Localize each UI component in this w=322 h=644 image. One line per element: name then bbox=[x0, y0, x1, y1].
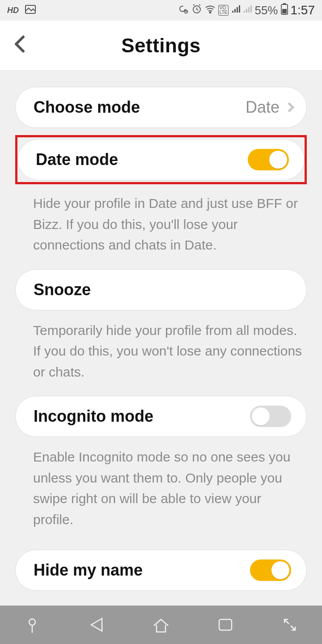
snooze-label: Snooze bbox=[34, 280, 91, 299]
battery-percent: 55% bbox=[254, 4, 278, 17]
settings-content: Choose mode Date Date mode Hide your pro… bbox=[0, 71, 322, 606]
nav-recents-icon[interactable] bbox=[216, 615, 235, 635]
incognito-label: Incognito mode bbox=[34, 407, 153, 426]
image-icon bbox=[25, 5, 36, 16]
choose-mode-row[interactable]: Choose mode Date bbox=[15, 87, 307, 128]
incognito-desc: Enable Incognito mode so no one sees you… bbox=[15, 444, 307, 543]
hide-name-desc: Enabling this will show only your first … bbox=[15, 598, 307, 606]
svg-rect-5 bbox=[283, 3, 286, 4]
hide-name-label: Hide my name bbox=[34, 561, 143, 580]
choose-mode-value: Date bbox=[246, 98, 280, 117]
date-mode-label: Date mode bbox=[36, 150, 118, 169]
svg-rect-6 bbox=[282, 9, 287, 13]
volte-icon: VOLTE bbox=[218, 5, 229, 16]
page-title: Settings bbox=[121, 34, 201, 57]
date-mode-desc: Hide your profile in Date and just use B… bbox=[15, 191, 307, 269]
date-mode-toggle[interactable] bbox=[248, 149, 289, 170]
hide-name-row[interactable]: Hide my name bbox=[15, 550, 307, 591]
incognito-toggle[interactable] bbox=[250, 406, 291, 427]
nav-back-icon[interactable] bbox=[87, 615, 106, 635]
chevron-right-icon bbox=[284, 102, 295, 113]
nav-home-icon[interactable] bbox=[151, 615, 171, 635]
android-nav-bar bbox=[0, 606, 322, 644]
status-time: 1:57 bbox=[291, 3, 315, 17]
hd-indicator: HD bbox=[7, 6, 19, 15]
svg-point-3 bbox=[209, 12, 211, 13]
hide-name-toggle[interactable] bbox=[250, 559, 291, 581]
app-header: Settings bbox=[0, 21, 322, 71]
choose-mode-label: Choose mode bbox=[34, 98, 140, 117]
incognito-row[interactable]: Incognito mode bbox=[15, 396, 307, 437]
dnd-icon bbox=[178, 4, 189, 17]
snooze-desc: Temporarily hide your profile from all m… bbox=[15, 318, 307, 396]
signal1-icon bbox=[231, 4, 240, 16]
wifi-icon bbox=[205, 4, 216, 16]
alarm-icon bbox=[191, 4, 202, 17]
nav-expand-icon[interactable] bbox=[280, 615, 300, 635]
back-button[interactable] bbox=[13, 35, 25, 56]
date-mode-highlight: Date mode bbox=[15, 135, 307, 184]
battery-icon bbox=[281, 3, 288, 17]
svg-rect-8 bbox=[219, 619, 232, 630]
nav-assistant-icon[interactable] bbox=[22, 615, 42, 635]
date-mode-row[interactable]: Date mode bbox=[17, 139, 305, 180]
svg-point-7 bbox=[29, 619, 35, 625]
snooze-row[interactable]: Snooze bbox=[15, 269, 307, 310]
signal2-icon bbox=[243, 4, 252, 16]
status-bar: HD VOLTE 55% bbox=[0, 0, 322, 21]
